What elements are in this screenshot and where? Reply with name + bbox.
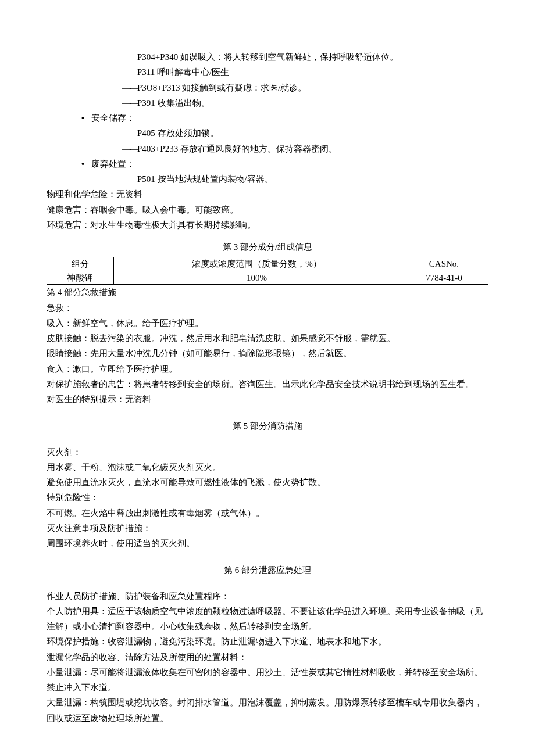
response-p311: P311 呼叫解毒中心/医生	[47, 65, 488, 80]
personal-protection: 个人防护用具：适应于该物质空气中浓度的颗粒物过滤呼吸器。不要让该化学品进入环境。…	[47, 604, 488, 635]
table-row: 神酸钾 100% 7784-41-0	[47, 271, 488, 285]
extinguishing-media: 用水雾、干粉、泡沫或二氧化碳灭火剂灭火。	[47, 460, 488, 475]
personnel-precautions-heading: 作业人员防护措施、防护装备和应急处置程序：	[47, 589, 488, 604]
response-p304: P304+P340 如误吸入：将人转移到空气新鲜处，保持呼吸舒适体位。	[47, 49, 488, 65]
environmental-hazards: 环境危害：对水生生物毒性极大并具有长期持续影响。	[47, 217, 488, 232]
extinguishing-avoid: 避免使用直流水灭火，直流水可能导致可燃性液体的飞溅，使火势扩散。	[47, 475, 488, 490]
environmental-precautions: 环境保护措施：收容泄漏物，避免污染环境。防止泄漏物进入下水道、地表水和地下水。	[47, 634, 488, 649]
storage-p403: P403+P233 存放在通风良好的地方。保持容器密闭。	[47, 141, 488, 156]
first-aid-inhalation: 吸入：新鲜空气，休息。给予医疗护理。	[47, 316, 488, 331]
response-p308: P3O8+P313 如接触到或有疑虑：求医/就诊。	[47, 80, 488, 95]
small-spill: 小量泄漏：尽可能将泄漏液体收集在可密闭的容器中。用沙土、活性炭或其它惰性材料吸收…	[47, 665, 488, 696]
col-component: 组分	[47, 257, 114, 271]
section-4-title: 第 4 部分急救措施	[47, 285, 488, 300]
first-aid-eyes: 眼睛接触：先用大量水冲洗几分钟（如可能易行，摘除隐形眼镜），然后就医。	[47, 346, 488, 361]
col-concentration: 浓度或浓度范围（质量分数，%）	[113, 257, 400, 271]
storage-heading: • 安全储存：	[47, 110, 488, 126]
special-hazards-heading: 特别危险性：	[47, 490, 488, 505]
table-header-row: 组分 浓度或浓度范围（质量分数，%） CASNo.	[47, 257, 488, 271]
disposal-heading: • 废弃处置：	[47, 156, 488, 171]
first-aid-doctor: 对医生的特别提示：无资料	[47, 392, 488, 407]
cell-component: 神酸钾	[47, 271, 114, 285]
firefighting-precautions-text: 周围环境养火时，使用适当的灭火剂。	[47, 536, 488, 551]
large-spill: 大量泄漏：构筑围堤或挖坑收容。封闭排水管道。用泡沫覆盖，抑制蒸发。用防爆泵转移至…	[47, 695, 488, 726]
section-5-title: 第 5 部分消防措施	[47, 418, 488, 433]
first-aid-heading: 急救：	[47, 300, 488, 316]
firefighting-precautions-heading: 灭火注意事项及防护措施：	[47, 521, 488, 536]
composition-table: 组分 浓度或浓度范围（质量分数，%） CASNo. 神酸钾 100% 7784-…	[47, 257, 488, 285]
bullet-icon: •	[81, 110, 84, 126]
health-hazards: 健康危害：吞咽会中毒。吸入会中毒。可能致癌。	[47, 202, 488, 217]
containment-heading: 泄漏化学品的收容、清除方法及所使用的处置材料：	[47, 650, 488, 665]
section-6-title: 第 6 部分泄露应急处理	[47, 562, 488, 578]
storage-label: 安全储存：	[91, 110, 135, 126]
special-hazards-text: 不可燃。在火焰中释放出刺激性或有毒烟雾（或气体）。	[47, 506, 488, 521]
col-cas: CASNo.	[400, 257, 488, 271]
bullet-icon: •	[81, 156, 84, 171]
storage-p405: P405 存放处须加锁。	[47, 126, 488, 141]
disposal-label: 废弃处置：	[91, 156, 135, 171]
first-aid-skin: 皮肤接触：脱去污染的衣服。冲洗，然后用水和肥皂清洗皮肤。如果感觉不舒服，需就医。	[47, 331, 488, 346]
cell-concentration: 100%	[113, 271, 400, 285]
section-3-title: 第 3 部分成分/组成信息	[47, 239, 488, 255]
physical-hazards: 物理和化学危险：无资料	[47, 187, 488, 202]
cell-cas: 7784-41-0	[400, 271, 488, 285]
disposal-p501: P501 按当地法规处置内装物/容器。	[47, 171, 488, 187]
first-aid-ingestion: 食入：漱口。立即给予医疗护理。	[47, 361, 488, 377]
response-p391: P391 收集溢出物。	[47, 95, 488, 110]
extinguishing-heading: 灭火剂：	[47, 445, 488, 460]
first-aid-rescuer: 对保护施救者的忠告：将患者转移到安全的场所。咨询医生。出示此化学品安全技术说明书…	[47, 377, 488, 392]
